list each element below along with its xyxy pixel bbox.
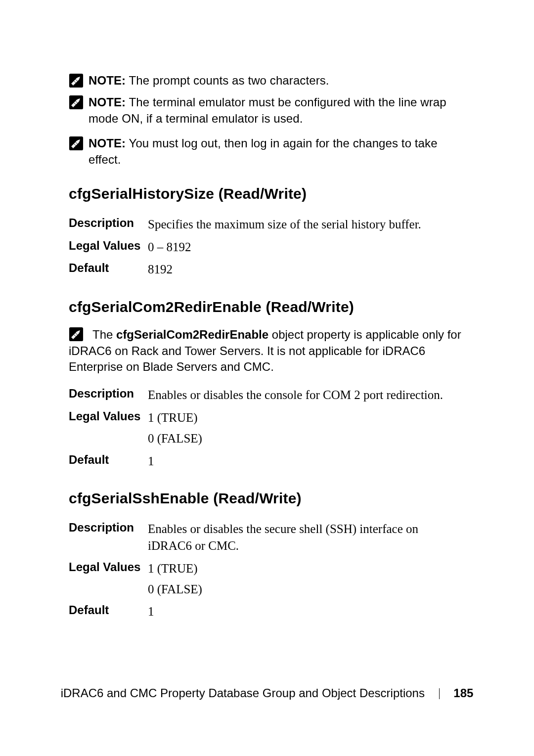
note-2: NOTE: The terminal emulator must be conf… bbox=[69, 94, 464, 127]
note-2-body: The terminal emulator must be configured… bbox=[89, 95, 446, 125]
prop-key-default: Default bbox=[69, 450, 148, 473]
s2-note-pre: The bbox=[92, 328, 116, 341]
note-1-body: The prompt counts as two characters. bbox=[126, 74, 329, 87]
table-row: Legal Values 1 (TRUE) 0 (FALSE) bbox=[69, 557, 464, 601]
note-3: NOTE: You must log out, then log in agai… bbox=[69, 135, 464, 168]
note-1: NOTE: The prompt counts as two character… bbox=[69, 73, 464, 89]
prop-val-description: Enables or disables the secure shell (SS… bbox=[148, 518, 464, 557]
prop-key-legal: Legal Values bbox=[69, 406, 148, 450]
section-heading-cfgserialsshenable: cfgSerialSshEnable (Read/Write) bbox=[69, 490, 464, 507]
prop-key-legal: Legal Values bbox=[69, 557, 148, 601]
pencil-note-icon-wrapper bbox=[69, 326, 89, 342]
legal-value-false: 0 (FALSE) bbox=[148, 581, 464, 598]
prop-val-default: 1 bbox=[148, 450, 464, 473]
table-row: Default 1 bbox=[69, 600, 464, 623]
prop-val-default: 8192 bbox=[148, 258, 464, 281]
section-note-s2: The cfgSerialCom2RedirEnable object prop… bbox=[69, 326, 464, 375]
props-table-s1: Description Specifies the maximum size o… bbox=[69, 213, 464, 281]
prop-val-legal: 1 (TRUE) 0 (FALSE) bbox=[148, 557, 464, 601]
s2-note-bold: cfgSerialCom2RedirEnable bbox=[116, 328, 268, 341]
section-heading-cfgserialhistorysize: cfgSerialHistorySize (Read/Write) bbox=[69, 185, 464, 202]
table-row: Legal Values 1 (TRUE) 0 (FALSE) bbox=[69, 406, 464, 450]
legal-value-true: 1 (TRUE) bbox=[148, 409, 464, 426]
note-3-body: You must log out, then log in again for … bbox=[89, 136, 438, 166]
pencil-note-icon bbox=[69, 136, 84, 151]
note-3-text: NOTE: You must log out, then log in agai… bbox=[89, 135, 464, 168]
legal-value-false: 0 (FALSE) bbox=[148, 430, 464, 447]
pencil-note-icon bbox=[69, 327, 84, 342]
table-row: Description Enables or disables the secu… bbox=[69, 518, 464, 557]
section-heading-cfgserialcom2redirenable: cfgSerialCom2RedirEnable (Read/Write) bbox=[69, 299, 464, 315]
prop-val-legal: 1 (TRUE) 0 (FALSE) bbox=[148, 406, 464, 450]
prop-key-default: Default bbox=[69, 600, 148, 623]
footer-page-number: 185 bbox=[453, 686, 473, 700]
prop-val-legal: 0 – 8192 bbox=[148, 236, 464, 259]
note-1-lead: NOTE: bbox=[89, 74, 126, 87]
table-row: Legal Values 0 – 8192 bbox=[69, 236, 464, 259]
prop-val-default: 1 bbox=[148, 600, 464, 623]
note-2-lead: NOTE: bbox=[89, 95, 126, 109]
pencil-note-icon bbox=[69, 95, 84, 110]
page-content: NOTE: The prompt counts as two character… bbox=[69, 73, 464, 623]
prop-key-legal: Legal Values bbox=[69, 236, 148, 259]
prop-key-description: Description bbox=[69, 518, 148, 557]
note-1-text: NOTE: The prompt counts as two character… bbox=[89, 73, 464, 89]
note-2-text: NOTE: The terminal emulator must be conf… bbox=[89, 94, 464, 127]
legal-value-true: 1 (TRUE) bbox=[148, 560, 464, 577]
prop-key-description: Description bbox=[69, 384, 148, 406]
table-row: Default 8192 bbox=[69, 258, 464, 281]
prop-val-description: Enables or disables the console for COM … bbox=[148, 384, 464, 406]
pencil-note-icon bbox=[69, 73, 84, 88]
page-footer: iDRAC6 and CMC Property Database Group a… bbox=[0, 686, 534, 700]
prop-key-description: Description bbox=[69, 213, 148, 236]
prop-key-default: Default bbox=[69, 258, 148, 281]
footer-separator bbox=[439, 688, 440, 699]
table-row: Description Enables or disables the cons… bbox=[69, 384, 464, 406]
props-table-s3: Description Enables or disables the secu… bbox=[69, 518, 464, 623]
note-3-lead: NOTE: bbox=[89, 136, 126, 150]
table-row: Default 1 bbox=[69, 450, 464, 473]
footer-title: iDRAC6 and CMC Property Database Group a… bbox=[61, 686, 425, 700]
table-row: Description Specifies the maximum size o… bbox=[69, 213, 464, 236]
props-table-s2: Description Enables or disables the cons… bbox=[69, 384, 464, 472]
prop-val-description: Specifies the maximum size of the serial… bbox=[148, 213, 464, 236]
